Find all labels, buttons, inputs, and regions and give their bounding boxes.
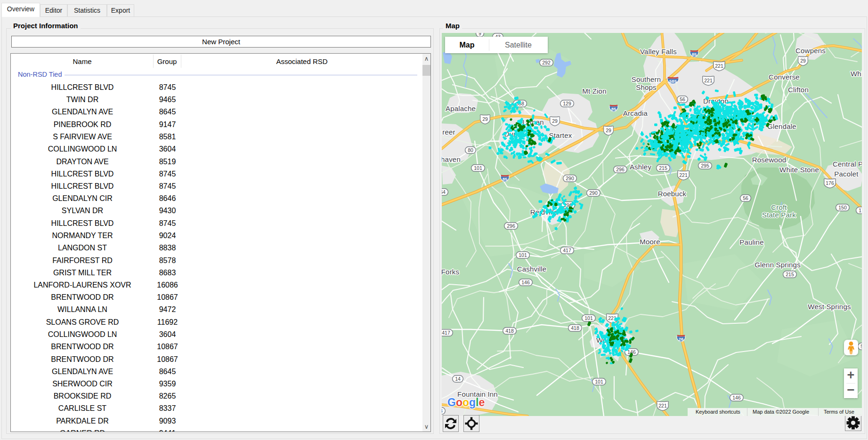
svg-text:129: 129	[563, 101, 571, 106]
svg-text:176: 176	[826, 180, 834, 186]
svg-text:64: 64	[442, 189, 446, 195]
svg-text:Central Pacolet: Central Pacolet	[833, 160, 862, 168]
svg-text:Southern: Southern	[632, 75, 661, 83]
svg-text:26: 26	[679, 336, 684, 342]
svg-text:150: 150	[838, 205, 847, 210]
svg-text:9: 9	[479, 33, 481, 36]
svg-text:Rosewood: Rosewood	[752, 156, 786, 164]
svg-text:295: 295	[701, 163, 709, 168]
svg-text:215: 215	[659, 165, 667, 171]
svg-text:296: 296	[507, 223, 515, 229]
svg-text:146: 146	[732, 395, 741, 400]
svg-text:Shops: Shops	[636, 83, 657, 91]
svg-text:Apalache: Apalache	[446, 104, 476, 112]
svg-text:Forks: Forks	[442, 268, 459, 276]
svg-text:296: 296	[616, 167, 625, 172]
svg-text:Cashville: Cashville	[517, 265, 547, 273]
svg-text:White Stone: White Stone	[779, 166, 819, 174]
svg-text:haven: haven	[442, 155, 461, 163]
svg-text:Glendale: Glendale	[767, 122, 796, 130]
svg-text:White: White	[851, 70, 862, 78]
svg-text:Arcadia: Arcadia	[623, 109, 648, 117]
svg-text:292: 292	[542, 60, 551, 65]
svg-text:Croft: Croft	[771, 203, 787, 211]
svg-text:Roebuck: Roebuck	[658, 190, 687, 198]
svg-text:Glenn Springs: Glenn Springs	[754, 261, 801, 269]
svg-text:85: 85	[503, 176, 508, 182]
svg-text:Clifton: Clifton	[788, 86, 809, 94]
svg-text:56: 56	[860, 344, 862, 349]
svg-text:29: 29	[482, 116, 488, 122]
svg-text:146: 146	[521, 280, 530, 285]
svg-text:85: 85	[692, 52, 697, 57]
svg-text:101: 101	[474, 165, 482, 171]
svg-text:290: 290	[566, 176, 574, 181]
svg-text:Mt Zion: Mt Zion	[582, 87, 606, 95]
svg-text:101: 101	[519, 252, 527, 258]
svg-text:215: 215	[786, 272, 794, 277]
svg-text:417: 417	[442, 330, 450, 336]
svg-text:80: 80	[468, 147, 473, 153]
svg-text:14: 14	[442, 408, 443, 414]
svg-text:585: 585	[669, 79, 677, 84]
svg-text:Ashley: Ashley	[630, 163, 652, 171]
svg-text:Greer: Greer	[442, 128, 455, 136]
svg-text:221: 221	[715, 63, 723, 69]
svg-text:85: 85	[611, 106, 617, 112]
svg-text:176: 176	[859, 208, 862, 213]
svg-text:221: 221	[679, 172, 688, 178]
svg-text:290: 290	[589, 190, 598, 196]
svg-text:417: 417	[563, 248, 571, 253]
svg-text:State Park: State Park	[762, 211, 796, 219]
svg-text:221: 221	[658, 403, 667, 408]
svg-text:14: 14	[455, 376, 461, 382]
svg-text:Valley Falls: Valley Falls	[640, 48, 677, 56]
svg-text:Moore: Moore	[640, 238, 660, 246]
svg-text:418: 418	[505, 328, 514, 334]
svg-text:221: 221	[704, 78, 713, 83]
svg-text:56: 56	[680, 96, 685, 102]
svg-text:West Springs: West Springs	[808, 303, 851, 311]
svg-text:Pacolet: Pacolet	[834, 170, 859, 178]
svg-text:101: 101	[584, 315, 593, 321]
svg-text:29: 29	[552, 118, 558, 124]
svg-text:418: 418	[571, 325, 579, 331]
svg-text:29: 29	[606, 128, 611, 133]
svg-text:Cowpens: Cowpens	[795, 47, 826, 55]
svg-text:56: 56	[743, 195, 748, 201]
svg-text:Converse: Converse	[769, 73, 800, 81]
svg-text:29: 29	[800, 58, 806, 64]
svg-text:Pauline: Pauline	[739, 238, 763, 246]
svg-text:101: 101	[595, 379, 603, 384]
